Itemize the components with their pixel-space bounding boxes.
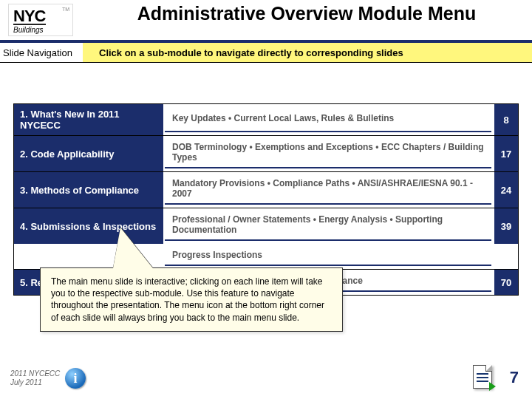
menu-item-page: 39 xyxy=(494,208,518,244)
menu-item-subdesc: Progress Inspections xyxy=(165,245,491,266)
module-menu: 1. What's New In 2011 NYCECC Key Updates… xyxy=(13,103,519,296)
header-title-wrap: Administrative Overview Module Menu xyxy=(81,0,532,40)
menu-return-icon[interactable] xyxy=(473,365,492,389)
menu-row[interactable]: 3. Methods of Compliance Mandatory Provi… xyxy=(14,172,518,208)
footer-line-2: July 2011 xyxy=(10,378,60,387)
menu-item-desc: DOB Terminology • Exemptions and Excepti… xyxy=(165,137,491,168)
info-icon[interactable]: i xyxy=(65,368,86,389)
callout-note: The main menu slide is interactive; clic… xyxy=(40,267,343,332)
menu-item-page: 17 xyxy=(494,136,518,171)
page-number: 7 xyxy=(510,368,519,387)
menu-item-label: 3. Methods of Compliance xyxy=(14,172,163,208)
menu-item-desc: Key Updates • Current Local Laws, Rules … xyxy=(165,106,491,132)
menu-item-page: 8 xyxy=(494,104,518,135)
slide: NYC TM Buildings Administrative Overview… xyxy=(0,0,532,399)
menu-row[interactable]: 2. Code Applicability DOB Terminology • … xyxy=(14,136,518,172)
instruction-text: Click on a sub-module to navigate direct… xyxy=(83,47,403,58)
logo-tm: TM xyxy=(62,7,69,12)
logo-wrap: NYC TM Buildings xyxy=(0,0,81,40)
info-icon-glyph: i xyxy=(65,368,86,389)
document-icon xyxy=(473,365,492,389)
menu-row[interactable]: 1. What's New In 2011 NYCECC Key Updates… xyxy=(14,104,518,136)
page-title: Administrative Overview Module Menu xyxy=(137,3,476,24)
footer-caption: 2011 NYCECC July 2011 xyxy=(10,369,60,387)
menu-item-desc: Mandatory Provisions • Compliance Paths … xyxy=(165,174,491,205)
nyc-buildings-logo: NYC TM Buildings xyxy=(8,4,73,36)
header-bar: NYC TM Buildings Administrative Overview… xyxy=(0,0,532,43)
menu-item-page-spacer xyxy=(494,244,518,269)
footer-line-1: 2011 NYCECC xyxy=(10,369,60,378)
menu-item-label: 2. Code Applicability xyxy=(14,136,163,171)
arrow-icon xyxy=(489,382,496,391)
callout-text: The main menu slide is interactive; clic… xyxy=(51,276,324,323)
slide-navigation-label: Slide Navigation xyxy=(0,47,83,58)
menu-row[interactable]: 4. Submissions & Inspections Professiona… xyxy=(14,208,518,270)
menu-item-page: 24 xyxy=(494,172,518,208)
subheader: Slide Navigation Click on a sub-module t… xyxy=(0,43,532,62)
menu-item-desc: Professional / Owner Statements • Energy… xyxy=(165,210,491,241)
logo-subtext: Buildings xyxy=(13,26,44,34)
menu-item-page: 70 xyxy=(494,270,518,295)
menu-item-label: 1. What's New In 2011 NYCECC xyxy=(14,104,163,135)
logo-divider xyxy=(13,24,46,25)
